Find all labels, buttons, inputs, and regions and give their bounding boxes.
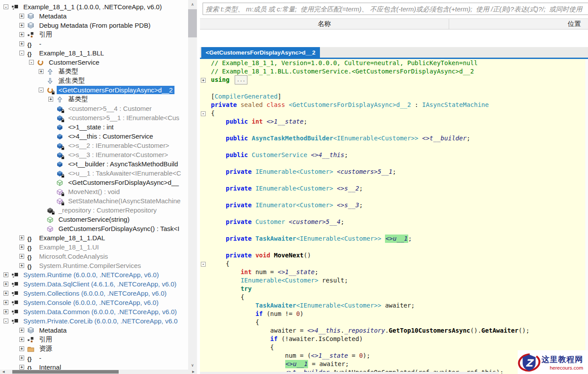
expand-icon[interactable]: + [19, 328, 24, 333]
tree-row[interactable]: +System.Console (6.0.0.0, .NETCoreApp, v… [0, 298, 188, 307]
expand-icon[interactable]: + [19, 356, 24, 360]
code-vertical-scroll-track[interactable] [585, 59, 588, 374]
tree-row[interactable]: +<>1__state : int [0, 122, 188, 132]
expand-icon[interactable]: + [48, 97, 53, 102]
decompiled-code-view[interactable]: // Example_18_1_1, Version=1.0.0.0, Cult… [200, 59, 588, 374]
tree-row[interactable]: +MoveNext() : void [0, 187, 188, 196]
tree-row[interactable]: +基类型 [0, 67, 188, 76]
fold-marker[interactable]: - [201, 109, 211, 117]
tree-horizontal-scrollbar[interactable]: ◀ ▶ [0, 370, 197, 374]
expand-icon[interactable]: + [19, 346, 24, 351]
column-header-name[interactable]: 名称 [200, 19, 449, 29]
tree-row[interactable]: +System.Data.Common (6.0.0.0, .NETCoreAp… [0, 307, 188, 316]
tree-row[interactable]: +{}Example_18_1_1.DAL [0, 233, 188, 242]
expand-icon[interactable]: + [19, 365, 24, 370]
code-line [200, 176, 588, 184]
tree-row[interactable]: -CustomerService [0, 58, 188, 67]
expand-icon[interactable]: + [19, 263, 24, 268]
tree-vscroll-thumb[interactable] [188, 9, 197, 37]
tab-getcustomersfordisplayasync[interactable]: <GetCustomersForDisplayAsync>d__2 [201, 47, 320, 58]
tree-row[interactable]: +Metadata [0, 326, 188, 335]
tree-row[interactable]: +引用 [0, 335, 188, 344]
method-icon [47, 225, 54, 232]
expand-icon[interactable]: + [4, 282, 8, 286]
tree-row[interactable]: +<>4__this : CustomerService [0, 132, 188, 141]
tree-row[interactable]: +派生类型 [0, 76, 188, 85]
tree-row[interactable]: +{}- [0, 353, 188, 363]
collapse-icon[interactable]: - [4, 4, 8, 9]
tree-row[interactable]: +<>t__builder : AsyncTaskMethodBuild [0, 159, 188, 169]
scroll-left-icon[interactable]: ◀ [0, 370, 7, 374]
tree-row-label: <>u__1 : TaskAwaiter<IEnumerable<C [66, 169, 183, 177]
tree-row[interactable]: +SetStateMachine(IAsyncStateMachine [0, 196, 188, 205]
tree-hscroll-thumb[interactable] [12, 370, 119, 374]
expand-icon[interactable]: + [4, 300, 8, 305]
document-panel: 名称 位置 <GetCustomersForDisplayAsync>d__2 … [200, 0, 588, 374]
fold-marker[interactable]: - [201, 260, 211, 268]
tree-row[interactable]: +基类型 [0, 95, 188, 104]
tree-row[interactable]: +<>u__1 : TaskAwaiter<IEnumerable<C [0, 169, 188, 178]
tree-row[interactable]: +引用 [0, 30, 188, 39]
tree-row[interactable]: +{}- [0, 39, 188, 48]
code-token: awaiter; [381, 301, 415, 310]
expand-icon[interactable]: + [4, 291, 8, 296]
tree-vertical-scrollbar[interactable]: ∧ ∨ [188, 0, 197, 370]
tree-row[interactable]: +CustomerService(string) [0, 215, 188, 224]
search-input[interactable] [203, 3, 588, 15]
tree-row[interactable]: -<GetCustomersForDisplayAsync>d__2 [0, 85, 188, 95]
search-results-list[interactable] [200, 29, 588, 47]
tree-row[interactable]: +Debug Metadata (From portable PDB) [0, 21, 188, 30]
tree-row[interactable]: +System.Data.SqlClient (4.6.1.6, .NETCor… [0, 279, 188, 289]
tree-row[interactable]: +<customer>5__4 : Customer [0, 104, 188, 113]
expand-icon[interactable]: + [39, 69, 44, 74]
site-name: 这里教程网 [541, 354, 583, 365]
tree-row[interactable]: +{}Internal [0, 363, 188, 370]
column-header-location[interactable]: 位置 [449, 19, 588, 29]
scroll-down-icon[interactable]: ∨ [188, 362, 197, 369]
code-line: public AsyncTaskMethodBuilder<IEnumerabl… [200, 134, 588, 143]
tree-row[interactable]: +<>s__3 : IEnumerator<Customer> [0, 150, 188, 159]
tree-row[interactable]: +_repository : CustomerRepository [0, 205, 188, 215]
tree-row[interactable]: +<customers>5__1 : IEnumerable<Cus [0, 113, 188, 122]
tree-row[interactable]: +资源 [0, 344, 188, 353]
scroll-right-icon[interactable]: ▶ [190, 370, 196, 374]
fold-collapse-icon[interactable]: - [201, 111, 206, 116]
expand-icon[interactable]: + [19, 32, 24, 37]
tree-row[interactable]: +Metadata [0, 11, 188, 21]
tree-row[interactable]: -{}Example_18_1_1.BLL [0, 48, 188, 58]
tree-row[interactable]: +{}System.Runtime.CompilerServices [0, 261, 188, 270]
tree-row-label: <GetCustomersForDisplayAsync>d__2 [57, 86, 174, 94]
namespace-icon: {} [27, 364, 34, 370]
expand-icon[interactable]: + [4, 309, 8, 314]
collapse-icon[interactable]: - [19, 51, 24, 55]
tree-row[interactable]: +<>s__2 : IEnumerable<Customer> [0, 141, 188, 150]
tree-row[interactable]: -System.Private.CoreLib (6.0.0.0, .NETCo… [0, 316, 188, 326]
expand-icon[interactable]: + [19, 41, 24, 46]
assembly-tree[interactable]: -Example_18_1_1 (1.0.0.0, .NETCoreApp, v… [0, 0, 188, 370]
expand-icon[interactable]: + [19, 254, 24, 259]
collapse-icon[interactable]: - [39, 88, 44, 92]
code-horizontal-scroll-track[interactable] [200, 372, 499, 374]
tree-row[interactable]: +System.Collections (6.0.0.0, .NETCoreAp… [0, 289, 188, 298]
fold-expand-icon[interactable]: + [201, 78, 206, 83]
tree-row[interactable]: +<GetCustomersForDisplayAsync>d__ [0, 178, 188, 187]
fold-marker[interactable]: + [201, 76, 211, 84]
expand-icon[interactable]: + [19, 14, 24, 18]
expand-icon[interactable]: + [4, 272, 8, 277]
code-line: { [200, 293, 588, 301]
collapse-icon[interactable]: - [29, 60, 34, 65]
fold-collapse-icon[interactable]: - [201, 262, 206, 267]
expand-icon[interactable]: + [19, 235, 24, 240]
scroll-up-icon[interactable]: ∧ [188, 1, 197, 8]
tree-row[interactable]: +GetCustomersForDisplayAsync() : Task<I [0, 224, 188, 233]
expand-icon[interactable]: + [19, 23, 24, 28]
tree-row[interactable]: +{}Example_18_1_1.UI [0, 242, 188, 252]
tree-row[interactable]: +System.Runtime (6.0.0.0, .NETCoreApp, v… [0, 270, 188, 279]
namespace-icon: {} [27, 50, 34, 57]
tree-row[interactable]: +{}Microsoft.CodeAnalysis [0, 252, 188, 261]
expand-icon[interactable]: + [19, 245, 24, 249]
expand-icon[interactable]: + [19, 337, 24, 342]
code-token: . [385, 326, 388, 335]
tree-row[interactable]: -Example_18_1_1 (1.0.0.0, .NETCoreApp, v… [0, 2, 188, 11]
collapse-icon[interactable]: - [4, 319, 8, 323]
